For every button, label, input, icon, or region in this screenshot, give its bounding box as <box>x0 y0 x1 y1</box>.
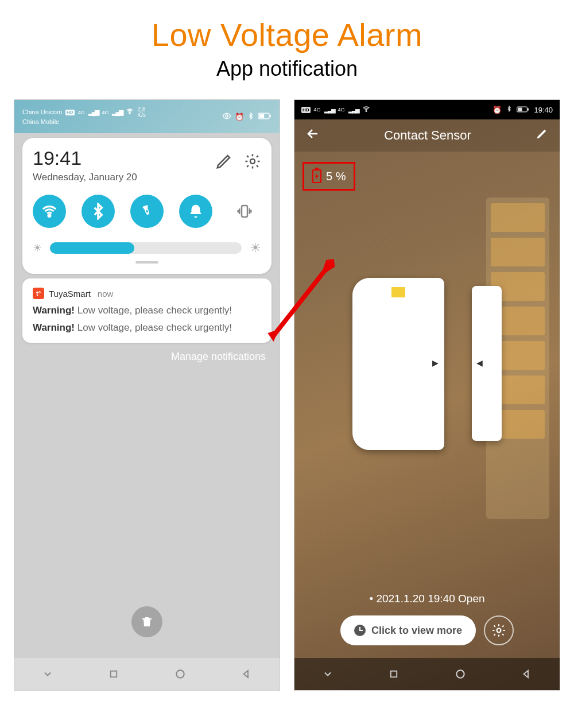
svg-point-11 <box>176 670 184 677</box>
notification-time: now <box>98 289 114 299</box>
clear-all-button[interactable] <box>131 606 162 637</box>
arrow-left-icon: ◀ <box>476 358 483 367</box>
signal-icon: ▂▃▅ <box>324 107 335 113</box>
back-icon[interactable] <box>306 127 320 144</box>
nav-home-icon[interactable] <box>174 668 187 680</box>
vibrate-toggle[interactable] <box>228 195 261 228</box>
brightness-slider[interactable] <box>50 242 242 254</box>
nav-down-icon[interactable] <box>321 668 334 680</box>
nav-recent-icon[interactable] <box>387 668 400 680</box>
page-subtitle: App notification <box>0 57 574 81</box>
qs-date: Wednesday, January 20 <box>33 172 137 183</box>
svg-rect-10 <box>111 671 117 677</box>
battery-warning-badge: 5 % <box>302 162 355 191</box>
settings-button[interactable] <box>484 615 514 645</box>
svg-point-12 <box>366 110 367 111</box>
nav-down-icon[interactable] <box>41 668 54 680</box>
status-bar-left: China Unicom HD 4G ▂▄▆ 4G ▂▄▆ 2.8 K/s Ch… <box>14 100 280 133</box>
view-more-button[interactable]: Click to view more <box>340 615 476 645</box>
alarm-icon: ⏰ <box>492 106 502 114</box>
edit-icon[interactable] <box>536 127 548 144</box>
notification-line-1: Warning! Low voltage, please check urgen… <box>33 305 261 316</box>
drag-handle-icon[interactable] <box>135 261 158 264</box>
carrier-1: China Unicom <box>22 109 62 117</box>
signal-icon: ▂▃▅ <box>348 107 359 113</box>
nav-bar-left <box>14 658 280 690</box>
eye-icon <box>222 111 231 122</box>
flashlight-toggle[interactable] <box>126 190 168 233</box>
net-4g: 4G <box>314 107 321 113</box>
bluetooth-toggle[interactable] <box>82 195 115 228</box>
nav-back-icon[interactable] <box>520 668 533 680</box>
wifi-icon <box>126 107 134 118</box>
svg-point-6 <box>48 215 51 217</box>
app-title: Contact Sensor <box>320 128 536 143</box>
speed-unit: K/s <box>137 113 145 118</box>
wifi-toggle[interactable] <box>33 195 66 228</box>
hd-badge: HD <box>65 110 75 115</box>
brightness-low-icon: ☀ <box>33 242 42 254</box>
signal-icon: ▂▄▆ <box>112 109 122 117</box>
nav-back-icon[interactable] <box>240 668 253 680</box>
low-battery-icon <box>312 169 321 183</box>
svg-rect-17 <box>391 671 397 677</box>
svg-point-16 <box>497 629 501 633</box>
clock-icon <box>354 625 366 636</box>
hd-badge: HD <box>301 107 311 113</box>
nav-bar-right <box>294 658 560 690</box>
alarm-icon: ⏰ <box>235 113 244 121</box>
last-event-text: 2021.1.20 19:40 Open <box>294 593 560 605</box>
svg-rect-4 <box>259 114 264 117</box>
svg-point-1 <box>226 115 228 117</box>
tuya-app-icon: t° <box>33 288 44 299</box>
brightness-high-icon: ☀ <box>250 241 261 255</box>
gear-icon[interactable] <box>244 153 261 173</box>
phone-left: China Unicom HD 4G ▂▄▆ 4G ▂▄▆ 2.8 K/s Ch… <box>14 99 280 691</box>
battery-icon <box>258 113 272 121</box>
sensor-led <box>391 287 405 297</box>
net-4g: 4G <box>338 107 345 113</box>
notification-toggle[interactable] <box>179 195 212 228</box>
svg-point-0 <box>129 113 130 114</box>
app-header: Contact Sensor <box>294 119 560 152</box>
net-4g: 4G <box>78 110 85 116</box>
net-4g: 4G <box>102 110 108 116</box>
svg-rect-3 <box>270 114 271 117</box>
battery-percent: 5 % <box>326 170 346 183</box>
quick-settings-panel: 19:41 Wednesday, January 20 <box>22 138 272 274</box>
battery-icon <box>517 106 529 114</box>
arrow-right-icon: ▶ <box>432 358 439 367</box>
svg-rect-15 <box>518 107 522 111</box>
carrier-2: China Mobile <box>22 118 146 126</box>
contact-sensor-graphic: ▶ ◀ <box>352 278 502 450</box>
svg-rect-9 <box>142 618 152 619</box>
view-more-label: Click to view more <box>371 625 462 637</box>
svg-point-18 <box>456 670 464 677</box>
manage-notifications[interactable]: Manage notifications <box>14 351 266 363</box>
nav-recent-icon[interactable] <box>107 668 120 680</box>
qs-time: 19:41 <box>33 147 137 169</box>
notification-app-name: TuyaSmart <box>49 289 91 299</box>
bluetooth-icon <box>506 105 512 114</box>
notification-line-2: Warning! Low voltage, please check urgen… <box>33 322 261 334</box>
status-bar-right: HD 4G ▂▃▅ 4G ▂▃▅ ⏰ 19:40 <box>294 100 560 119</box>
notification-card[interactable]: t° TuyaSmart now Warning! Low voltage, p… <box>22 278 272 343</box>
pencil-icon[interactable] <box>215 153 232 173</box>
svg-rect-8 <box>242 206 247 217</box>
wifi-icon <box>362 105 370 115</box>
nav-home-icon[interactable] <box>454 668 467 680</box>
status-time: 19:40 <box>534 106 553 114</box>
svg-point-5 <box>250 159 255 164</box>
bluetooth-icon <box>247 112 254 122</box>
page-title: Low Voltage Alarm <box>0 16 574 53</box>
svg-rect-14 <box>528 108 529 110</box>
signal-icon: ▂▄▆ <box>88 109 99 117</box>
phone-right: HD 4G ▂▃▅ 4G ▂▃▅ ⏰ 19:40 Contact Sensor <box>294 99 560 691</box>
